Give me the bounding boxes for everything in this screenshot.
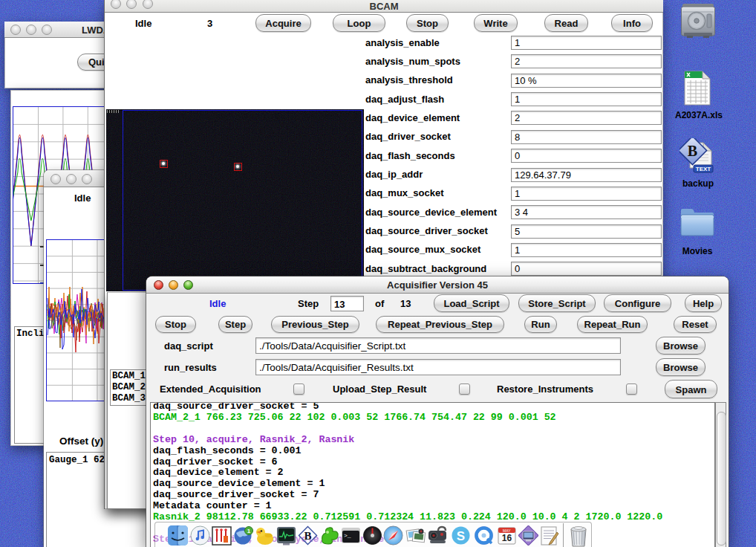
svg-text:B: B <box>304 530 311 542</box>
svg-text:S: S <box>456 529 464 543</box>
svg-text:TEXT: TEXT <box>696 166 711 172</box>
svg-text:MAY: MAY <box>503 528 511 533</box>
svg-text:>_: >_ <box>344 532 351 539</box>
svg-text:16: 16 <box>501 533 512 543</box>
svg-text:B: B <box>688 143 697 159</box>
svg-text:1: 1 <box>247 528 250 534</box>
